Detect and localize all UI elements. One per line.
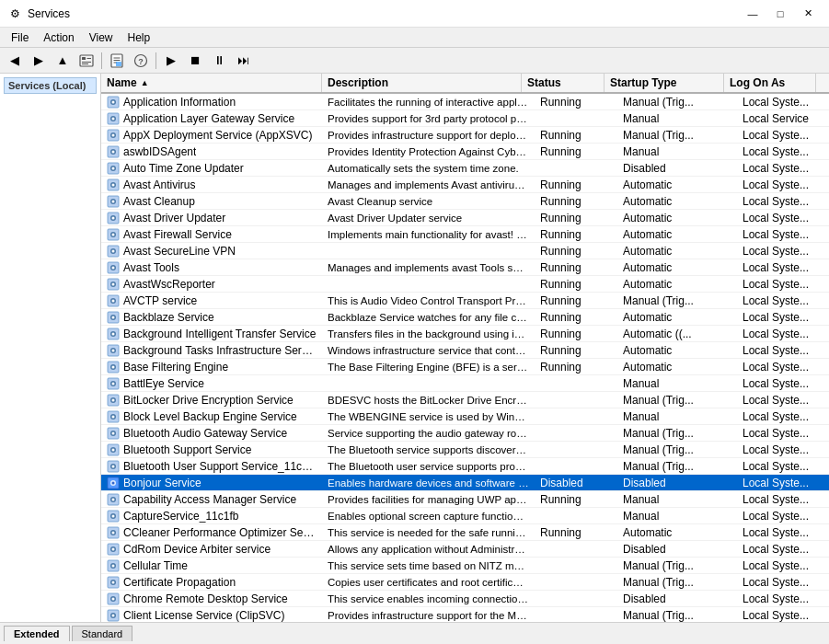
table-row[interactable]: Application Information Facilitates the … — [101, 94, 829, 110]
table-row[interactable]: Client License Service (ClipSVC) Provide… — [101, 607, 829, 622]
table-row[interactable]: BitLocker Drive Encryption Service BDESV… — [101, 392, 829, 408]
cell-logon: Local Syste... — [737, 260, 829, 275]
table-body[interactable]: Application Information Facilitates the … — [101, 94, 829, 622]
table-row[interactable]: aswbIDSAgent Provides Identity Protectio… — [101, 144, 829, 160]
svg-point-83 — [112, 481, 115, 484]
cell-status: Running — [535, 95, 617, 109]
forward-button[interactable]: ▶ — [28, 51, 50, 71]
svg-rect-9 — [116, 62, 121, 66]
cell-name: Cellular Time — [101, 558, 322, 573]
cell-description: Manages and implements avast Tools servi… — [322, 261, 535, 274]
svg-point-89 — [112, 514, 115, 517]
table-row[interactable]: Block Level Backup Engine Service The WB… — [101, 408, 829, 425]
col-logon[interactable]: Log On As — [724, 74, 816, 92]
table-row[interactable]: Avast Firewall Service Implements main f… — [101, 226, 829, 243]
restart-button[interactable]: ⏭ — [232, 51, 254, 71]
table-row[interactable]: AVCTP service This is Audio Video Contro… — [101, 293, 829, 309]
table-row[interactable]: Avast Driver Updater Avast Driver Update… — [101, 210, 829, 226]
service-icon — [107, 228, 120, 241]
window-controls: — □ ✕ — [739, 5, 822, 23]
service-icon — [107, 311, 120, 324]
cell-status: Disabled — [535, 476, 617, 490]
table-row[interactable]: Background Tasks Infrastructure Service … — [101, 342, 829, 359]
window-title: Services — [28, 7, 70, 20]
col-description[interactable]: Description — [322, 74, 522, 92]
properties-button[interactable] — [106, 51, 128, 71]
maximize-button[interactable]: □ — [766, 5, 794, 23]
play-button[interactable]: ▶ — [160, 51, 182, 71]
table-row[interactable]: Bluetooth Audio Gateway Service Service … — [101, 425, 829, 442]
cell-logon: Local Syste... — [737, 244, 829, 259]
col-name[interactable]: Name ▲ — [101, 74, 322, 92]
cell-logon: Local Syste... — [737, 227, 829, 242]
table-row[interactable]: CCleaner Performance Optimizer Service T… — [101, 524, 829, 541]
service-icon — [107, 543, 120, 556]
tab-extended[interactable]: Extended — [4, 626, 70, 641]
service-icon — [107, 129, 120, 142]
col-startup[interactable]: Startup Type — [604, 74, 724, 92]
table-row[interactable]: AvastWscReporter Running Automatic Local… — [101, 276, 829, 293]
cell-description: The Bluetooth service supports discovery… — [322, 443, 535, 456]
cell-logon: Local Service — [737, 111, 829, 126]
cell-description: Windows infrastructure service that cont… — [322, 344, 535, 357]
minimize-button[interactable]: — — [739, 5, 766, 23]
menu-view[interactable]: View — [82, 29, 121, 46]
service-icon — [107, 178, 120, 191]
app-icon: ⚙ — [7, 6, 22, 21]
table-row[interactable]: Application Layer Gateway Service Provid… — [101, 110, 829, 127]
table-row[interactable]: Bluetooth Support Service The Bluetooth … — [101, 442, 829, 458]
table-row[interactable]: Avast Tools Manages and implements avast… — [101, 259, 829, 276]
table-row[interactable]: BattlEye Service Manual Local Syste... — [101, 375, 829, 392]
cell-name: Application Layer Gateway Service — [101, 111, 322, 126]
table-row[interactable]: CdRom Device Arbiter service Allows any … — [101, 541, 829, 558]
up-button[interactable]: ▲ — [52, 51, 74, 71]
table-row[interactable]: Chrome Remote Desktop Service This servi… — [101, 591, 829, 607]
svg-point-32 — [112, 200, 115, 202]
close-button[interactable]: ✕ — [794, 5, 822, 23]
table-row[interactable]: AppX Deployment Service (AppXSVC) Provid… — [101, 127, 829, 144]
table-row[interactable]: Avast SecureLine VPN Running Automatic L… — [101, 243, 829, 259]
back-button[interactable]: ◀ — [4, 51, 26, 71]
pause-button[interactable]: ⏸ — [208, 51, 230, 71]
cell-logon: Local Syste... — [737, 211, 829, 225]
cell-description — [322, 283, 535, 285]
table-row[interactable]: Bluetooth User Support Service_11c1fb Th… — [101, 458, 829, 475]
help-button[interactable]: ? — [130, 51, 152, 71]
cell-startup: Manual — [617, 144, 737, 159]
cell-name: Bluetooth Audio Gateway Service — [101, 426, 322, 441]
table-row[interactable]: Capability Access Manager Service Provid… — [101, 491, 829, 508]
stop-button[interactable]: ⏹ — [184, 51, 206, 71]
table-row[interactable]: CaptureService_11c1fb Enables optional s… — [101, 508, 829, 524]
table-row[interactable]: Avast Antivirus Manages and implements A… — [101, 177, 829, 193]
cell-logon: Local Syste... — [737, 575, 829, 590]
cell-startup: Manual (Trig... — [617, 575, 737, 590]
table-row[interactable]: Avast Cleanup Avast Cleanup service Runn… — [101, 193, 829, 210]
table-row[interactable]: Backblaze Service Backblaze Service watc… — [101, 309, 829, 326]
menu-help[interactable]: Help — [121, 29, 158, 46]
cell-name: Background Tasks Infrastructure Service — [101, 343, 322, 358]
table-row[interactable]: Background Intelligent Transfer Service … — [101, 326, 829, 342]
cell-startup: Automatic — [617, 277, 737, 292]
table-row[interactable]: Cellular Time This service sets time bas… — [101, 558, 829, 574]
menu-action[interactable]: Action — [36, 29, 81, 46]
table-row[interactable]: Certificate Propagation Copies user cert… — [101, 574, 829, 591]
table-row[interactable]: Auto Time Zone Updater Automatically set… — [101, 160, 829, 177]
menu-file[interactable]: File — [4, 29, 36, 46]
cell-description: This is Audio Video Control Transport Pr… — [322, 294, 535, 307]
cell-status: Running — [535, 144, 617, 159]
cell-name: Backblaze Service — [101, 310, 322, 325]
cell-description: Transfers files in the background using … — [322, 328, 535, 340]
service-icon — [107, 145, 120, 158]
cell-startup: Manual — [617, 492, 737, 507]
cell-startup: Manual (Trig... — [617, 393, 737, 408]
svg-point-38 — [112, 233, 115, 236]
tab-standard[interactable]: Standard — [72, 626, 133, 641]
cell-status: Running — [535, 244, 617, 259]
table-row[interactable]: Base Filtering Engine The Base Filtering… — [101, 359, 829, 375]
table-row[interactable]: Bonjour Service Enables hardware devices… — [101, 475, 829, 491]
cell-name: AvastWscReporter — [101, 277, 322, 292]
col-status[interactable]: Status — [522, 74, 604, 92]
svg-point-35 — [112, 216, 115, 219]
cell-description: Backblaze Service watches for any file c… — [322, 311, 535, 324]
show-scope-button[interactable] — [75, 51, 98, 71]
